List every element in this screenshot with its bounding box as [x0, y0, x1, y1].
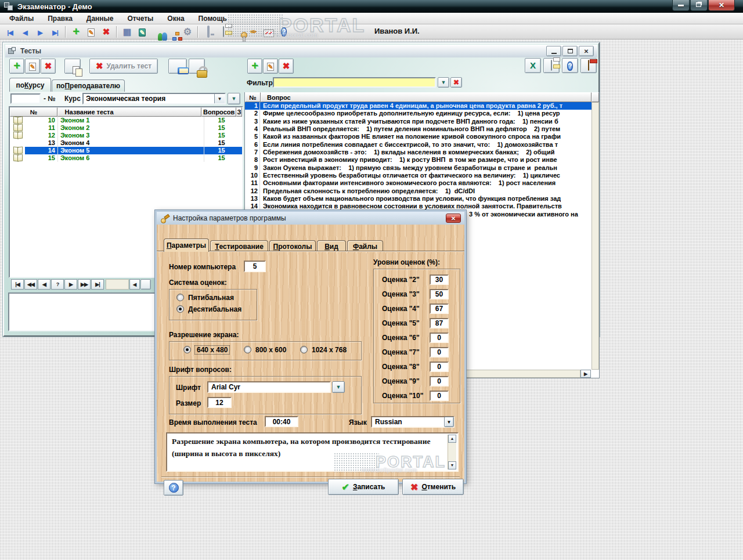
nav-prev-button[interactable]: ◀	[17, 25, 33, 39]
computer-number-field[interactable]: 5	[244, 261, 266, 272]
test-row[interactable]: 10Эконом 115	[10, 117, 242, 124]
questions-edit-button[interactable]: ✎	[263, 59, 278, 74]
dialog-close-button[interactable]: ✕	[446, 214, 461, 223]
navigator-button-3[interactable]: ?	[51, 279, 64, 290]
question-row[interactable]: 7Сбережения домохозяйств - это: 1) вклад…	[245, 149, 591, 156]
tests-edit-button[interactable]: ✎	[25, 59, 40, 74]
hint-scrollbar[interactable]: ▲ ▼	[448, 435, 456, 469]
journal-button[interactable]: ✎	[135, 25, 150, 39]
navigator-button-4[interactable]: ▶	[64, 279, 77, 290]
questions-delete-button[interactable]: ✖	[279, 59, 294, 74]
edit-button[interactable]: ✎	[84, 25, 99, 39]
monitor-button[interactable]	[201, 25, 216, 39]
grade-4-field[interactable]: 67	[430, 304, 449, 314]
question-row[interactable]: 11Основными факторами интенсивного эконо…	[245, 179, 591, 187]
users-button[interactable]	[150, 25, 165, 39]
test-number-input[interactable]	[10, 93, 41, 104]
question-row[interactable]: 10Естественный уровень безработицы отлич…	[245, 172, 591, 179]
question-row[interactable]: 2Фирме целесообразно приобретать дополни…	[245, 110, 591, 117]
orgchart-button[interactable]	[165, 25, 180, 39]
navigator-button-1[interactable]: ◀◀	[24, 279, 37, 290]
tests-lock-button[interactable]	[189, 59, 205, 74]
question-row[interactable]: 14Экономика находится в равновесном сост…	[245, 203, 591, 210]
scroll-up-button[interactable]: ▲	[448, 435, 456, 443]
tests-col-2[interactable]: Вопросов	[201, 107, 236, 117]
restore-button[interactable]	[690, 0, 708, 11]
grading-radio-0[interactable]	[176, 294, 184, 301]
dialog-tab-1[interactable]: Тестирование	[210, 240, 268, 252]
tests-close-button[interactable]: ✕	[579, 46, 594, 56]
menu-Файлы[interactable]: Файлы	[2, 13, 41, 24]
dialog-tab-4[interactable]: Файлы	[347, 240, 383, 252]
pen-button[interactable]: ✒	[246, 25, 261, 39]
grade-3-field[interactable]: 50	[430, 289, 449, 299]
tab-by-course[interactable]: по Курсу	[9, 78, 51, 92]
tests-hscroll-thumb[interactable]	[140, 279, 151, 290]
filter-input[interactable]	[273, 77, 436, 88]
nav-next-button[interactable]: ▶	[33, 25, 48, 39]
tests-col-1[interactable]: Название теста	[57, 107, 202, 117]
filter-dropdown-button[interactable]: ▼	[438, 77, 449, 88]
grade-10-field[interactable]: 0	[430, 391, 449, 401]
question-row[interactable]: 6Если линия потребления совпадает с бисс…	[245, 141, 591, 149]
question-row[interactable]: 8Рост инвестиций в экономику приводит: 1…	[245, 156, 591, 164]
tests-hscroll-left[interactable]: ◀	[129, 279, 140, 290]
dialog-tab-0[interactable]: Параметры	[164, 239, 209, 252]
minimize-button[interactable]	[672, 0, 690, 11]
course-combobox[interactable]: Экономическая теория ▼	[82, 93, 226, 104]
tasks-button[interactable]: ✔✔	[261, 25, 276, 39]
test-row[interactable]: 15Эконом 615	[10, 154, 242, 162]
windows-button[interactable]: ▦	[120, 25, 135, 39]
test-row[interactable]: 13Эконом 415	[10, 139, 242, 147]
delete-button[interactable]: ✖	[99, 25, 114, 39]
language-dropdown-arrow[interactable]: ▼	[444, 417, 454, 427]
questions-add-button[interactable]: +	[247, 59, 262, 74]
navigator-button-2[interactable]: ◀	[38, 279, 51, 290]
test-time-field[interactable]: 00:40	[265, 416, 298, 427]
test-row[interactable]: 11Эконом 215	[10, 124, 242, 132]
questions-col-0[interactable]: №	[245, 92, 261, 102]
dialog-tab-2[interactable]: Протоколы	[269, 240, 316, 252]
tests-hscroll-track[interactable]	[106, 279, 129, 290]
question-row[interactable]: 12Предельная склонность к потреблению оп…	[245, 187, 591, 195]
tests-help-button[interactable]: ?	[562, 58, 578, 73]
grade-8-field[interactable]: 0	[430, 362, 449, 372]
key-button[interactable]	[231, 25, 246, 39]
font-size-field[interactable]: 12	[207, 397, 232, 408]
grade-5-field[interactable]: 87	[430, 318, 449, 328]
navigator-button-6[interactable]: ▶|	[91, 279, 104, 290]
filter-clear-button[interactable]: ✖	[450, 77, 462, 88]
dialog-help-button[interactable]: ?	[164, 480, 183, 496]
question-row[interactable]: 5Какой из названных факторов НЕ влияет н…	[245, 133, 591, 140]
nav-first-button[interactable]: |◀	[2, 25, 17, 39]
save-button[interactable]: ✔Записать	[328, 479, 399, 495]
tests-col-0[interactable]: №	[10, 107, 57, 117]
add-button[interactable]: +	[68, 25, 84, 39]
grade-9-field[interactable]: 0	[430, 376, 449, 386]
dialog-tab-3[interactable]: Вид	[317, 240, 346, 252]
tests-maximize-button[interactable]	[562, 46, 578, 56]
tests-add-button[interactable]: +	[9, 59, 24, 74]
tests-book-button[interactable]	[168, 59, 187, 74]
tests-copy-button[interactable]	[64, 59, 81, 74]
delete-test-button[interactable]: ✖ Удалить тест	[89, 59, 158, 74]
tests-printer-button[interactable]	[543, 58, 560, 73]
question-row[interactable]: 3Какие из ниже указанных статей учитываю…	[245, 118, 591, 125]
grade-6-field[interactable]: 0	[430, 333, 449, 343]
help-button[interactable]: ?	[276, 25, 291, 39]
tests-exit-button[interactable]	[580, 58, 597, 73]
tests-minimize-button[interactable]	[546, 46, 561, 56]
gear-button[interactable]: ⚙	[180, 25, 195, 39]
cancel-button[interactable]: ✖Отменить	[402, 479, 464, 495]
grade-7-field[interactable]: 0	[430, 347, 449, 357]
menu-Помощь[interactable]: Помощь	[192, 13, 234, 24]
questions-col-1[interactable]: Вопрос	[261, 92, 591, 102]
tests-excel-button[interactable]: X	[525, 58, 541, 73]
question-row[interactable]: 13Каков будет объем национального произв…	[245, 195, 591, 203]
tests-delete-button[interactable]: ✖	[41, 59, 56, 74]
menu-Данные[interactable]: Данные	[80, 13, 121, 24]
nav-last-button[interactable]: ▶|	[48, 25, 63, 39]
questions-hscroll-right[interactable]: ▶	[580, 370, 591, 378]
question-row[interactable]: 1Если предельный продукт труда равен 4 е…	[245, 102, 591, 110]
scroll-down-button[interactable]: ▼	[448, 461, 456, 469]
